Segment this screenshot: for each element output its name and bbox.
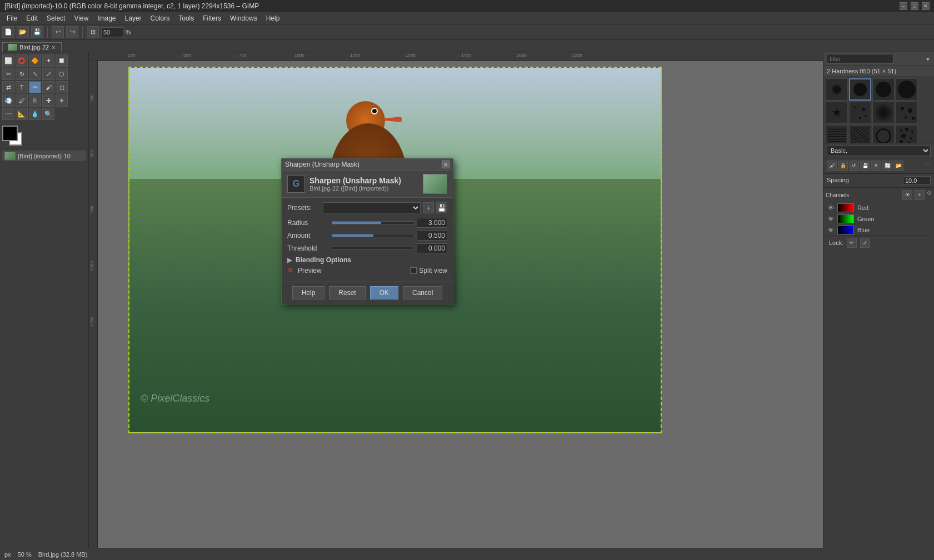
tool-color-picker[interactable]: 💧 [29, 108, 41, 120]
zoom-input[interactable] [101, 27, 123, 37]
eye-icon-red[interactable]: 👁 [828, 204, 834, 211]
menu-tools[interactable]: Tools [174, 13, 198, 23]
brush-item-star[interactable]: ★ [826, 102, 848, 124]
brush-tool-reset[interactable]: ↺ [849, 161, 859, 171]
right-panel-arrow[interactable]: ▼ [925, 56, 931, 62]
ok-button[interactable]: OK [370, 286, 398, 299]
layer-item[interactable]: [Bird] (imported)-10 [2, 151, 86, 161]
menu-help[interactable]: Help [262, 13, 284, 23]
image-tab[interactable]: Bird.jpg-22 ✕ [2, 42, 62, 52]
tool-rect-select[interactable]: ⬜ [2, 54, 14, 67]
tool-zoom[interactable]: 🔍 [42, 108, 54, 120]
brush-tool-paint[interactable]: 🖌 [827, 161, 837, 171]
channel-eye-icon[interactable]: 👁 [902, 190, 912, 200]
brush-item-diagonal[interactable] [849, 125, 871, 143]
tool-text[interactable]: T [16, 81, 28, 93]
tool-eraser[interactable]: ◻ [56, 81, 68, 93]
radius-value[interactable]: 3.000 [417, 218, 447, 228]
tool-pencil[interactable]: ✏ [29, 81, 41, 93]
menu-edit[interactable]: Edit [22, 13, 42, 23]
brush-item-hardness-025[interactable] [826, 78, 848, 101]
preview-close-icon[interactable]: ✕ [287, 266, 293, 274]
tool-smudge[interactable]: 〰 [2, 108, 14, 120]
save-button[interactable]: 💾 [31, 26, 43, 38]
foreground-color[interactable] [2, 126, 18, 141]
tool-heal[interactable]: ✚ [42, 94, 54, 107]
brush-item-scattered-big[interactable] [896, 102, 918, 124]
tool-flip[interactable]: ⇄ [2, 81, 14, 93]
tool-ink[interactable]: 🖊 [16, 94, 28, 107]
brush-tool-save[interactable]: 💾 [860, 161, 870, 171]
channel-row-green[interactable]: 👁 Green [826, 213, 932, 224]
threshold-slider[interactable] [332, 247, 414, 250]
channel-row-red[interactable]: 👁 Red [826, 202, 932, 213]
zoom-fit-button[interactable]: ⊞ [87, 26, 99, 38]
tool-rotate[interactable]: ↻ [16, 68, 28, 80]
tab-close-icon[interactable]: ✕ [51, 44, 56, 51]
channel-row-blue[interactable]: 👁 Blue [826, 224, 932, 236]
brush-item-texture1[interactable] [896, 125, 918, 143]
help-button[interactable]: Help [292, 286, 325, 299]
blending-options-toggle[interactable]: ▶ Blending Options [287, 256, 447, 264]
cancel-button[interactable]: Cancel [403, 286, 442, 299]
minimize-button[interactable]: – [900, 2, 907, 10]
split-view-checkbox[interactable] [410, 267, 417, 274]
tool-paintbrush[interactable]: 🖌 [42, 81, 54, 93]
tool-airbrush[interactable]: 💨 [2, 94, 14, 107]
spacing-input[interactable] [903, 176, 931, 185]
menu-file[interactable]: File [2, 13, 22, 23]
tool-clone[interactable]: ⎘ [29, 94, 41, 107]
tool-measure[interactable]: 📐 [16, 108, 28, 120]
lock-position-button[interactable]: ⤢ [860, 238, 870, 248]
menu-view[interactable]: View [69, 13, 93, 23]
more-icon[interactable]: ··· [926, 161, 931, 171]
menu-windows[interactable]: Windows [226, 13, 262, 23]
brush-tool-open[interactable]: 📂 [893, 161, 903, 171]
brush-item-circle-outline[interactable] [872, 125, 895, 143]
tool-free-select[interactable]: 🔶 [29, 54, 41, 67]
tool-ellipse-select[interactable]: ⭕ [16, 54, 28, 67]
brush-tool-delete[interactable]: ✕ [871, 161, 881, 171]
preset-add-button[interactable]: + [423, 202, 434, 213]
reset-button[interactable]: Reset [329, 286, 365, 299]
undo-button[interactable]: ↩ [52, 26, 64, 38]
amount-value[interactable]: 0.500 [417, 231, 447, 241]
preset-select[interactable]: Basic, [827, 145, 931, 156]
open-button[interactable]: 📂 [17, 26, 29, 38]
brush-item-hardness-100[interactable] [896, 78, 918, 101]
amount-slider[interactable] [332, 234, 414, 237]
brush-item-scattered-dots[interactable] [849, 102, 871, 124]
presets-dropdown[interactable] [323, 202, 421, 213]
channel-settings-icon[interactable]: ⚙ [927, 190, 932, 200]
threshold-value[interactable]: 0.000 [417, 243, 447, 253]
brush-item-hardness-050[interactable] [849, 78, 871, 101]
menu-layer[interactable]: Layer [121, 13, 146, 23]
brush-filter-input[interactable] [827, 54, 893, 64]
tool-dodge[interactable]: ☀ [56, 94, 68, 107]
tool-perspective[interactable]: ⬡ [56, 68, 68, 80]
redo-button[interactable]: ↪ [66, 26, 78, 38]
menu-image[interactable]: Image [93, 13, 120, 23]
tool-scale[interactable]: ⤡ [29, 68, 41, 80]
brush-tool-lock[interactable]: 🔒 [838, 161, 848, 171]
preset-save-button[interactable]: 💾 [436, 202, 447, 213]
tool-fuzzy-select[interactable]: ✦ [42, 54, 54, 67]
brush-item-lines[interactable] [826, 125, 848, 143]
menu-filters[interactable]: Filters [198, 13, 226, 23]
new-button[interactable]: 📄 [2, 26, 14, 38]
tool-crop[interactable]: ✂ [2, 68, 14, 80]
brush-tool-refresh[interactable]: 🔄 [882, 161, 892, 171]
tool-select-by-color[interactable]: 🔲 [56, 54, 68, 67]
eye-icon-blue[interactable]: 👁 [828, 227, 834, 233]
brush-item-hardness-075[interactable] [872, 78, 895, 101]
maximize-button[interactable]: □ [911, 2, 918, 10]
channel-lock-icon[interactable]: + [915, 190, 925, 200]
close-button[interactable]: ✕ [922, 2, 930, 10]
radius-slider[interactable] [332, 221, 414, 224]
tool-shear[interactable]: ⤢ [42, 68, 54, 80]
eye-icon-green[interactable]: 👁 [828, 216, 834, 222]
menu-colors[interactable]: Colors [146, 13, 174, 23]
dialog-close-button[interactable]: ✕ [442, 161, 449, 168]
brush-item-soft-big[interactable] [872, 102, 895, 124]
menu-select[interactable]: Select [42, 13, 69, 23]
